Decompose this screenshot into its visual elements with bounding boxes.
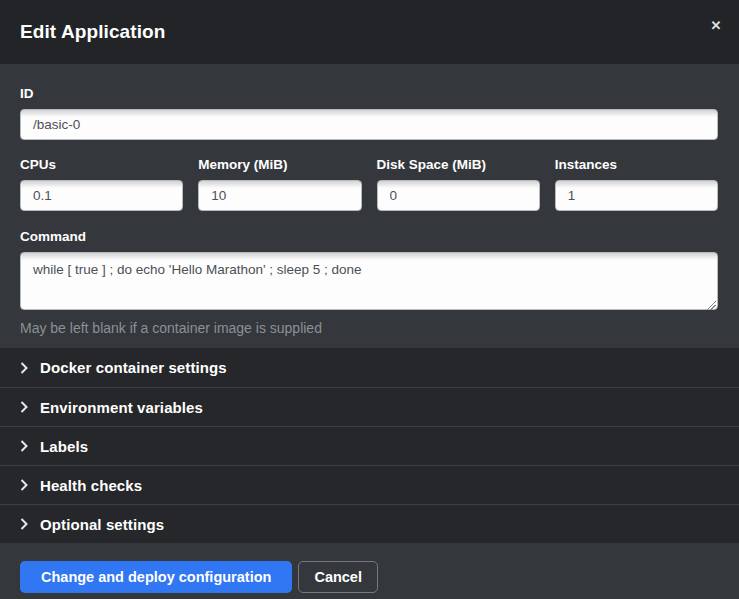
cancel-button[interactable]: Cancel [298,561,378,593]
modal-footer: Change and deploy configuration Cancel [0,543,739,599]
collapsible-sections: Docker container settings Environment va… [0,348,739,543]
resources-row: CPUs Memory (MiB) Disk Space (MiB) Insta… [20,157,718,211]
chevron-right-icon [20,401,28,413]
section-label: Optional settings [40,516,164,533]
section-environment-variables[interactable]: Environment variables [0,387,739,426]
disk-input[interactable] [377,180,540,211]
id-input[interactable] [20,109,718,140]
chevron-right-icon [20,440,28,452]
edit-application-modal: Edit Application ✕ ID CPUs Memory (MiB) … [0,0,739,599]
chevron-right-icon [20,479,28,491]
cpus-field-group: CPUs [20,157,183,211]
command-textarea[interactable]: while [ true ] ; do echo 'Hello Marathon… [20,252,718,310]
memory-field-group: Memory (MiB) [198,157,361,211]
section-health-checks[interactable]: Health checks [0,465,739,504]
cpus-input[interactable] [20,180,183,211]
disk-label: Disk Space (MiB) [377,157,540,172]
section-optional-settings[interactable]: Optional settings [0,504,739,543]
modal-title: Edit Application [20,21,166,43]
command-label: Command [20,229,718,244]
section-label: Health checks [40,477,142,494]
id-field-group: ID [20,86,718,140]
instances-field-group: Instances [555,157,718,211]
command-field-group: Command while [ true ] ; do echo 'Hello … [20,229,718,336]
id-label: ID [20,86,718,101]
memory-input[interactable] [198,180,361,211]
memory-label: Memory (MiB) [198,157,361,172]
instances-input[interactable] [555,180,718,211]
command-help-text: May be left blank if a container image i… [20,320,718,336]
close-icon[interactable]: ✕ [706,16,726,36]
disk-field-group: Disk Space (MiB) [377,157,540,211]
section-label: Labels [40,438,88,455]
cpus-label: CPUs [20,157,183,172]
change-and-deploy-button[interactable]: Change and deploy configuration [20,561,292,593]
chevron-right-icon [20,518,28,530]
chevron-right-icon [20,362,28,374]
instances-label: Instances [555,157,718,172]
section-label: Environment variables [40,399,203,416]
section-labels[interactable]: Labels [0,426,739,465]
application-form: ID CPUs Memory (MiB) Disk Space (MiB) In… [0,64,739,348]
modal-header: Edit Application ✕ [0,0,739,64]
section-docker-container-settings[interactable]: Docker container settings [0,348,739,387]
section-label: Docker container settings [40,359,227,376]
